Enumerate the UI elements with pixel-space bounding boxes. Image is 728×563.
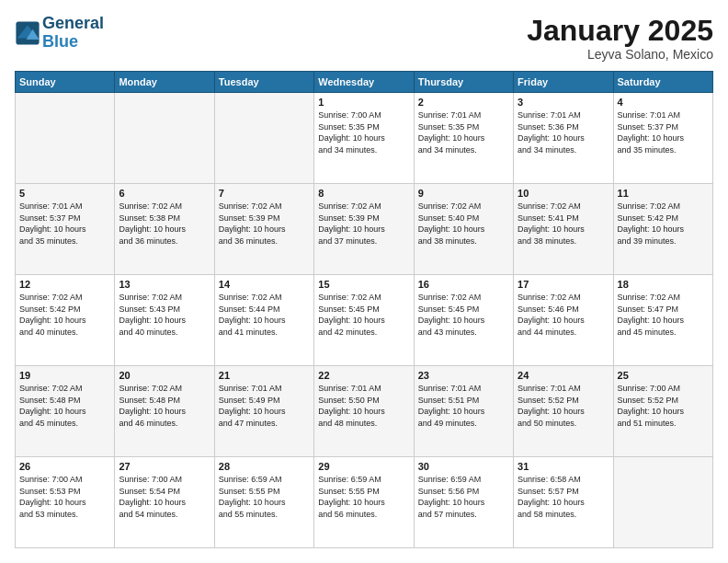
- day-number: 22: [318, 370, 409, 381]
- calendar-cell: 30Sunrise: 6:59 AM Sunset: 5:56 PM Dayli…: [414, 457, 513, 548]
- day-number: 3: [518, 97, 609, 108]
- calendar-cell: [214, 93, 313, 184]
- day-number: 12: [19, 279, 110, 290]
- day-number: 27: [119, 461, 210, 472]
- calendar-cell: 6Sunrise: 7:02 AM Sunset: 5:38 PM Daylig…: [115, 184, 214, 275]
- calendar-cell: 21Sunrise: 7:01 AM Sunset: 5:49 PM Dayli…: [214, 366, 313, 457]
- calendar-title: January 2025: [527, 15, 713, 47]
- day-info: Sunrise: 7:02 AM Sunset: 5:48 PM Dayligh…: [119, 383, 210, 429]
- day-info: Sunrise: 7:01 AM Sunset: 5:52 PM Dayligh…: [518, 383, 609, 429]
- day-info: Sunrise: 7:02 AM Sunset: 5:41 PM Dayligh…: [518, 201, 609, 247]
- day-number: 30: [418, 461, 509, 472]
- page: General Blue January 2025 Leyva Solano, …: [0, 0, 728, 563]
- day-info: Sunrise: 7:01 AM Sunset: 5:51 PM Dayligh…: [418, 383, 509, 429]
- day-info: Sunrise: 7:01 AM Sunset: 5:37 PM Dayligh…: [19, 201, 110, 247]
- calendar-cell: 3Sunrise: 7:01 AM Sunset: 5:36 PM Daylig…: [514, 93, 613, 184]
- logo-line1: General: [42, 15, 104, 33]
- calendar-cell: 17Sunrise: 7:02 AM Sunset: 5:46 PM Dayli…: [514, 275, 613, 366]
- day-info: Sunrise: 7:02 AM Sunset: 5:44 PM Dayligh…: [219, 292, 310, 338]
- calendar-cell: 23Sunrise: 7:01 AM Sunset: 5:51 PM Dayli…: [414, 366, 513, 457]
- logo-line2: Blue: [42, 32, 78, 51]
- calendar-week-5: 26Sunrise: 7:00 AM Sunset: 5:53 PM Dayli…: [16, 457, 713, 548]
- day-info: Sunrise: 6:58 AM Sunset: 5:57 PM Dayligh…: [518, 474, 609, 520]
- day-number: 25: [618, 370, 709, 381]
- logo-icon: [15, 20, 40, 46]
- calendar-cell: [16, 93, 115, 184]
- calendar-cell: 15Sunrise: 7:02 AM Sunset: 5:45 PM Dayli…: [314, 275, 414, 366]
- day-number: 14: [219, 279, 310, 290]
- day-number: 11: [618, 188, 709, 199]
- calendar-cell: 12Sunrise: 7:02 AM Sunset: 5:42 PM Dayli…: [16, 275, 115, 366]
- day-info: Sunrise: 7:02 AM Sunset: 5:47 PM Dayligh…: [618, 292, 709, 338]
- day-number: 16: [418, 279, 509, 290]
- col-tuesday: Tuesday: [214, 72, 313, 93]
- day-number: 17: [518, 279, 609, 290]
- title-block: January 2025 Leyva Solano, Mexico: [527, 15, 713, 62]
- calendar-cell: 8Sunrise: 7:02 AM Sunset: 5:39 PM Daylig…: [314, 184, 414, 275]
- calendar-week-1: 1Sunrise: 7:00 AM Sunset: 5:35 PM Daylig…: [16, 93, 713, 184]
- day-number: 18: [618, 279, 709, 290]
- day-number: 28: [219, 461, 310, 472]
- header: General Blue January 2025 Leyva Solano, …: [15, 15, 713, 62]
- calendar-cell: 19Sunrise: 7:02 AM Sunset: 5:48 PM Dayli…: [16, 366, 115, 457]
- calendar-cell: 5Sunrise: 7:01 AM Sunset: 5:37 PM Daylig…: [16, 184, 115, 275]
- calendar-cell: 14Sunrise: 7:02 AM Sunset: 5:44 PM Dayli…: [214, 275, 313, 366]
- calendar-cell: 9Sunrise: 7:02 AM Sunset: 5:40 PM Daylig…: [414, 184, 513, 275]
- day-number: 5: [19, 188, 110, 199]
- day-number: 10: [518, 188, 609, 199]
- col-thursday: Thursday: [414, 72, 513, 93]
- day-number: 23: [418, 370, 509, 381]
- day-number: 21: [219, 370, 310, 381]
- day-number: 7: [219, 188, 310, 199]
- calendar-cell: 16Sunrise: 7:02 AM Sunset: 5:45 PM Dayli…: [414, 275, 513, 366]
- calendar-cell: [115, 93, 214, 184]
- calendar-cell: [613, 457, 712, 548]
- calendar-cell: 25Sunrise: 7:00 AM Sunset: 5:52 PM Dayli…: [613, 366, 712, 457]
- day-info: Sunrise: 7:02 AM Sunset: 5:43 PM Dayligh…: [119, 292, 210, 338]
- calendar-cell: 29Sunrise: 6:59 AM Sunset: 5:55 PM Dayli…: [314, 457, 414, 548]
- calendar-cell: 18Sunrise: 7:02 AM Sunset: 5:47 PM Dayli…: [613, 275, 712, 366]
- day-info: Sunrise: 6:59 AM Sunset: 5:55 PM Dayligh…: [219, 474, 310, 520]
- day-number: 24: [518, 370, 609, 381]
- calendar-cell: 1Sunrise: 7:00 AM Sunset: 5:35 PM Daylig…: [314, 93, 414, 184]
- col-saturday: Saturday: [613, 72, 712, 93]
- col-monday: Monday: [115, 72, 214, 93]
- calendar-cell: 24Sunrise: 7:01 AM Sunset: 5:52 PM Dayli…: [514, 366, 613, 457]
- day-info: Sunrise: 7:00 AM Sunset: 5:35 PM Dayligh…: [318, 109, 409, 155]
- calendar-week-4: 19Sunrise: 7:02 AM Sunset: 5:48 PM Dayli…: [16, 366, 713, 457]
- day-info: Sunrise: 7:02 AM Sunset: 5:38 PM Dayligh…: [119, 201, 210, 247]
- day-info: Sunrise: 7:01 AM Sunset: 5:49 PM Dayligh…: [219, 383, 310, 429]
- header-row: Sunday Monday Tuesday Wednesday Thursday…: [16, 72, 713, 93]
- day-number: 26: [19, 461, 110, 472]
- calendar-cell: 4Sunrise: 7:01 AM Sunset: 5:37 PM Daylig…: [613, 93, 712, 184]
- day-info: Sunrise: 7:02 AM Sunset: 5:39 PM Dayligh…: [219, 201, 310, 247]
- calendar-week-3: 12Sunrise: 7:02 AM Sunset: 5:42 PM Dayli…: [16, 275, 713, 366]
- calendar-cell: 20Sunrise: 7:02 AM Sunset: 5:48 PM Dayli…: [115, 366, 214, 457]
- day-number: 4: [618, 97, 709, 108]
- calendar-cell: 11Sunrise: 7:02 AM Sunset: 5:42 PM Dayli…: [613, 184, 712, 275]
- day-number: 9: [418, 188, 509, 199]
- day-info: Sunrise: 7:02 AM Sunset: 5:45 PM Dayligh…: [318, 292, 409, 338]
- day-number: 19: [19, 370, 110, 381]
- day-info: Sunrise: 7:00 AM Sunset: 5:54 PM Dayligh…: [119, 474, 210, 520]
- calendar-cell: 22Sunrise: 7:01 AM Sunset: 5:50 PM Dayli…: [314, 366, 414, 457]
- calendar-cell: 26Sunrise: 7:00 AM Sunset: 5:53 PM Dayli…: [16, 457, 115, 548]
- calendar-week-2: 5Sunrise: 7:01 AM Sunset: 5:37 PM Daylig…: [16, 184, 713, 275]
- calendar-cell: 27Sunrise: 7:00 AM Sunset: 5:54 PM Dayli…: [115, 457, 214, 548]
- day-number: 6: [119, 188, 210, 199]
- day-info: Sunrise: 7:02 AM Sunset: 5:42 PM Dayligh…: [19, 292, 110, 338]
- day-info: Sunrise: 7:02 AM Sunset: 5:42 PM Dayligh…: [618, 201, 709, 247]
- day-number: 2: [418, 97, 509, 108]
- day-info: Sunrise: 7:02 AM Sunset: 5:39 PM Dayligh…: [318, 201, 409, 247]
- day-number: 15: [318, 279, 409, 290]
- day-info: Sunrise: 7:02 AM Sunset: 5:48 PM Dayligh…: [19, 383, 110, 429]
- col-wednesday: Wednesday: [314, 72, 414, 93]
- day-info: Sunrise: 7:01 AM Sunset: 5:35 PM Dayligh…: [418, 109, 509, 155]
- col-sunday: Sunday: [16, 72, 115, 93]
- day-number: 8: [318, 188, 409, 199]
- calendar-cell: 2Sunrise: 7:01 AM Sunset: 5:35 PM Daylig…: [414, 93, 513, 184]
- day-info: Sunrise: 7:00 AM Sunset: 5:53 PM Dayligh…: [19, 474, 110, 520]
- logo: General Blue: [15, 15, 104, 52]
- day-number: 31: [518, 461, 609, 472]
- calendar-cell: 7Sunrise: 7:02 AM Sunset: 5:39 PM Daylig…: [214, 184, 313, 275]
